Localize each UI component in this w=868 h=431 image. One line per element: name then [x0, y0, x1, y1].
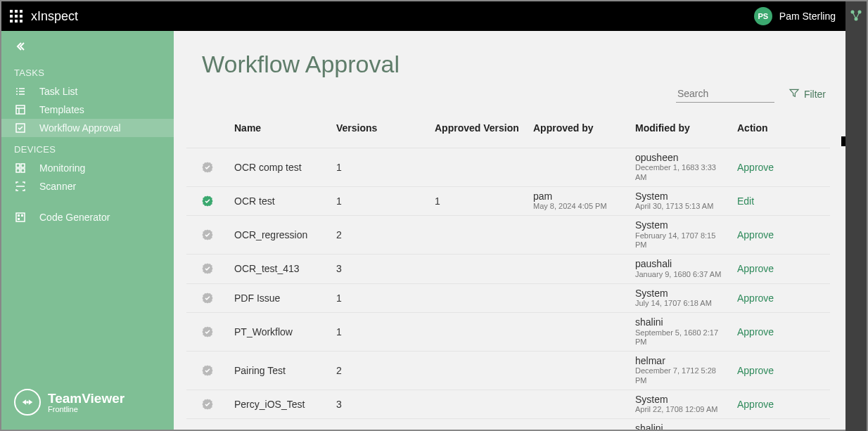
sidebar-item-label: Code Generator — [39, 212, 110, 223]
scanner-icon — [14, 180, 27, 193]
connector-icon[interactable] — [849, 8, 863, 431]
sidebar-section-title: DEVICES — [1, 137, 174, 159]
cell-name: PDF Issue — [229, 283, 331, 313]
sidebar-item-label: Workflow Approval — [39, 122, 121, 134]
svg-rect-8 — [20, 20, 23, 22]
approve-link[interactable]: Approve — [737, 292, 774, 304]
cell-name: Percy_iOS_Test — [229, 390, 331, 419]
cell-name: OCR_regression — [229, 216, 331, 255]
cell-approved-by — [528, 283, 630, 313]
collapse-sidebar-icon[interactable] — [1, 31, 174, 60]
sidebar-section-title: TASKS — [1, 60, 174, 82]
table-row[interactable]: PDF Issue1SystemJuly 14, 1707 6:18 AMApp… — [186, 283, 830, 313]
svg-rect-18 — [16, 213, 25, 221]
svg-rect-3 — [10, 15, 13, 18]
cell-approved-version — [429, 352, 528, 390]
brand-line1: TeamViewer — [48, 392, 125, 405]
apps-grid-icon[interactable] — [1, 1, 31, 31]
sidebar-item-templates[interactable]: Templates — [1, 101, 174, 119]
cell-approved-version — [429, 419, 528, 430]
svg-point-10 — [858, 11, 862, 14]
approve-link[interactable]: Approve — [737, 399, 774, 410]
filter-button[interactable]: Filter — [789, 87, 826, 101]
cell-versions: 3 — [331, 390, 429, 419]
approve-link[interactable]: Approve — [737, 365, 774, 376]
col-action[interactable]: Action — [732, 112, 830, 148]
svg-point-11 — [855, 18, 858, 21]
cell-approved-by — [528, 352, 630, 390]
col-versions[interactable]: Versions — [331, 112, 429, 148]
col-approved-version[interactable]: Approved Version — [429, 112, 528, 148]
cell-versions: 1 — [331, 313, 429, 352]
cell-versions: 2 — [331, 216, 429, 255]
cell-approved-by: pamMay 8, 2024 4:05 PM — [528, 186, 630, 216]
cell-approved-version — [429, 313, 528, 352]
table-row[interactable]: OCR_test_4133paushaliJanuary 9, 1680 6:3… — [186, 255, 830, 284]
table-row[interactable]: OCR_regression2SystemFebruary 14, 1707 8… — [186, 216, 830, 255]
cell-versions: 3 — [331, 255, 429, 284]
table-row[interactable]: Powerpoint_wf3shaliniSeptember 4, 1700 5… — [186, 419, 830, 430]
cell-approved-by — [528, 216, 630, 255]
cell-modified-by: shaliniSeptember 5, 1680 2:17 PM — [630, 313, 732, 352]
table-row[interactable]: OCR test11pamMay 8, 2024 4:05 PMSystemAp… — [186, 186, 830, 216]
svg-rect-15 — [21, 164, 25, 167]
cell-approved-by — [528, 148, 630, 187]
cell-versions: 1 — [331, 186, 429, 216]
cell-approved-version — [429, 255, 528, 284]
sidebar-item-workflow-approval[interactable]: Workflow Approval — [1, 119, 174, 137]
sidebar: TASKSTask ListTemplatesWorkflow Approval… — [1, 31, 174, 430]
svg-rect-0 — [10, 10, 13, 13]
teamviewer-logo-icon — [14, 389, 41, 416]
approved-badge-icon — [192, 195, 223, 207]
topbar: xInspect PS Pam Sterling — [1, 1, 845, 31]
sidebar-item-label: Templates — [39, 104, 84, 115]
page-title: Workflow Approval — [174, 31, 845, 85]
edit-link[interactable]: Edit — [737, 195, 754, 207]
cell-modified-by: SystemFebruary 14, 1707 8:15 PM — [630, 216, 732, 255]
svg-rect-5 — [20, 15, 23, 18]
table-row[interactable]: Pairing Test2helmarDecember 7, 1712 5:28… — [186, 352, 830, 390]
approve-link[interactable]: Approve — [737, 263, 774, 274]
cell-name: Pairing Test — [229, 352, 331, 390]
svg-point-22 — [26, 401, 29, 404]
svg-rect-4 — [15, 15, 18, 18]
username[interactable]: Pam Sterling — [779, 11, 836, 22]
cell-modified-by: SystemApril 22, 1708 12:09 AM — [630, 390, 732, 419]
cell-modified-by: SystemApril 30, 1713 5:13 AM — [630, 186, 732, 216]
sidebar-item-task-list[interactable]: Task List — [1, 82, 174, 101]
cell-modified-by: paushaliJanuary 9, 1680 6:37 AM — [630, 255, 732, 284]
svg-rect-21 — [18, 218, 20, 220]
list-icon — [14, 85, 27, 98]
cell-approved-by — [528, 390, 630, 419]
col-name[interactable]: Name — [229, 112, 331, 148]
table-row[interactable]: OCR comp test1opusheenDecember 1, 1683 3… — [186, 148, 830, 187]
template-icon — [14, 103, 27, 116]
sidebar-item-code-generator[interactable]: Code Generator — [1, 208, 174, 226]
search-input[interactable] — [676, 85, 774, 103]
col-approved-by[interactable]: Approved by — [528, 112, 630, 148]
pending-badge-icon — [192, 326, 223, 338]
cell-approved-by — [528, 419, 630, 430]
pending-badge-icon — [192, 364, 223, 377]
cell-approved-version — [429, 283, 528, 313]
approve-link[interactable]: Approve — [737, 326, 774, 337]
cell-modified-by: SystemJuly 14, 1707 6:18 AM — [630, 283, 732, 313]
avatar[interactable]: PS — [754, 7, 772, 25]
cell-modified-by: shaliniSeptember 4, 1700 5:04 AM — [630, 419, 732, 430]
col-modified-by[interactable]: Modified by — [630, 112, 732, 148]
cell-versions: 2 — [331, 352, 429, 390]
sidebar-item-label: Monitoring — [39, 162, 85, 174]
table-row[interactable]: PT_Workflow1shaliniSeptember 5, 1680 2:1… — [186, 313, 830, 352]
sidebar-item-monitoring[interactable]: Monitoring — [1, 159, 174, 177]
brand-line2: Frontline — [48, 405, 125, 413]
svg-rect-1 — [15, 10, 18, 13]
approve-link[interactable]: Approve — [737, 229, 774, 240]
table-row[interactable]: Percy_iOS_Test3SystemApril 22, 1708 12:0… — [186, 390, 830, 419]
scrollbar-thumb[interactable] — [841, 136, 845, 146]
check-icon — [14, 122, 27, 134]
approve-link[interactable]: Approve — [737, 162, 774, 173]
workflow-table: Name Versions Approved Version Approved … — [186, 112, 830, 430]
svg-rect-12 — [16, 105, 25, 114]
sidebar-item-scanner[interactable]: Scanner — [1, 177, 174, 195]
svg-rect-20 — [21, 214, 23, 217]
